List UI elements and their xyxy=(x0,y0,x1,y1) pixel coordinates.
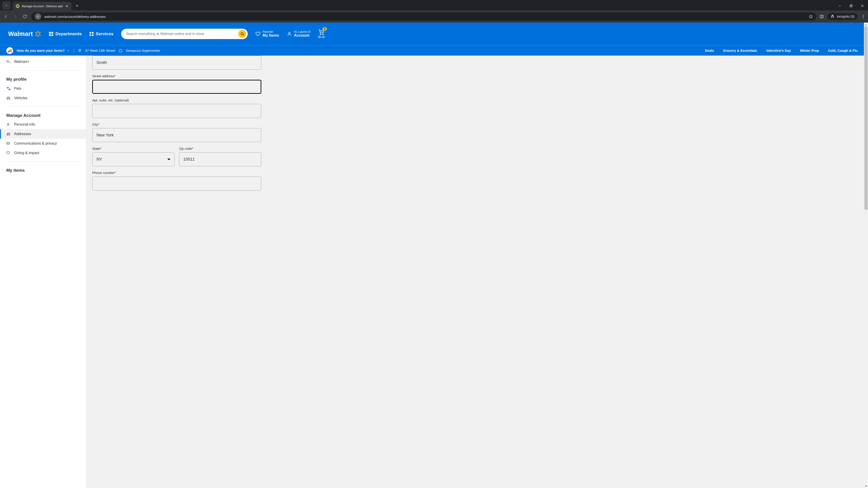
location-pin-icon xyxy=(78,49,82,53)
reload-button[interactable] xyxy=(22,13,28,20)
field-last-name xyxy=(92,56,261,70)
promo-link[interactable]: Valentine's Day xyxy=(766,48,791,53)
svg-point-29 xyxy=(7,123,8,125)
departments-button[interactable]: Departments xyxy=(49,31,82,36)
chevron-down-icon xyxy=(67,49,70,53)
sidebar-section-my-items: My items xyxy=(0,165,86,175)
tab-search-button[interactable] xyxy=(2,1,10,9)
sidebar-item-pets[interactable]: 🐾 Pets xyxy=(0,84,86,93)
apt-input[interactable] xyxy=(92,104,261,118)
zip-input[interactable] xyxy=(179,152,261,166)
svg-line-21 xyxy=(243,35,244,35)
cart-button[interactable]: 0 $0.00 xyxy=(318,29,325,39)
promo-link[interactable]: Grocery & Essentials xyxy=(723,48,757,53)
store-name[interactable]: Secaucus Supercenter xyxy=(126,48,160,53)
close-window-button[interactable] xyxy=(857,1,868,10)
chrome-menu-icon[interactable] xyxy=(861,14,865,19)
services-label: Services xyxy=(96,31,114,36)
reorder-l2: My Items xyxy=(263,33,279,38)
sidebar-item-label: Addresses xyxy=(14,132,31,136)
new-tab-button[interactable]: + xyxy=(74,3,81,8)
delivery-address[interactable]: 47 West 13th Street xyxy=(85,48,115,53)
last-name-input[interactable] xyxy=(92,56,261,70)
reorder-link[interactable]: Reorder My Items xyxy=(255,30,279,38)
svg-rect-18 xyxy=(35,32,37,34)
account-l2: Account xyxy=(294,33,311,38)
fulfillment-icon: 🚚 xyxy=(6,47,13,54)
mail-icon xyxy=(6,142,11,145)
browser-tab[interactable]: Manage Account - Delivery add ✕ xyxy=(13,2,71,10)
side-panel-icon[interactable] xyxy=(819,14,824,19)
services-button[interactable]: Services xyxy=(90,31,114,36)
walmart-logo[interactable]: Walmart xyxy=(8,30,41,37)
site-info-icon[interactable] xyxy=(35,13,41,20)
sidebar-item-vehicles[interactable]: Vehicles xyxy=(0,93,86,103)
sidebar-item-label: Personal info xyxy=(14,123,35,127)
scrollbar-track[interactable] xyxy=(864,27,868,484)
svg-point-11 xyxy=(863,15,864,15)
sidebar-section-manage-account: Manage Account xyxy=(0,110,86,120)
maximize-button[interactable] xyxy=(845,1,857,10)
departments-label: Departments xyxy=(55,31,82,36)
page-viewport: Walmart Departments Services xyxy=(0,23,868,488)
heart-icon xyxy=(6,151,11,155)
sidebar-item-label: Vehicles xyxy=(14,96,28,100)
vertical-scrollbar[interactable]: ▲ ▼ xyxy=(864,23,868,488)
street-address-label: Street address* xyxy=(92,74,261,78)
sidebar-item-personal-info[interactable]: Personal info xyxy=(0,120,86,129)
zip-label: Zip code* xyxy=(179,147,261,151)
sidebar-item-communications[interactable]: Communications & privacy xyxy=(0,139,86,148)
svg-rect-14 xyxy=(38,31,39,33)
svg-point-5 xyxy=(37,16,38,17)
sidebar-item-label: Pets xyxy=(14,87,21,91)
svg-rect-9 xyxy=(820,15,823,18)
walmart-plus-icon: w+ xyxy=(6,59,11,64)
svg-point-12 xyxy=(863,16,864,17)
cart-count-badge: 0 xyxy=(322,27,327,31)
svg-rect-19 xyxy=(39,34,41,36)
sidebar-item-label: Communications & privacy xyxy=(14,141,57,145)
svg-point-20 xyxy=(241,33,243,35)
store-icon xyxy=(119,49,122,53)
svg-point-22 xyxy=(288,32,290,34)
minimize-button[interactable] xyxy=(834,1,845,10)
back-button[interactable] xyxy=(3,13,9,20)
svg-rect-15 xyxy=(38,35,39,37)
walmart-favicon xyxy=(16,4,20,8)
search-button[interactable] xyxy=(238,30,246,38)
browser-toolbar: walmart.com/account/delivery-addresses I… xyxy=(0,10,868,23)
svg-rect-16 xyxy=(39,32,41,34)
scroll-up-button[interactable]: ▲ xyxy=(864,23,868,27)
account-link[interactable]: Hi, Lauren D Account xyxy=(287,30,311,38)
site-subheader: 🚚 How do you want your items? | 47 West … xyxy=(0,45,864,56)
bookmark-icon[interactable] xyxy=(809,14,813,19)
street-address-input[interactable] xyxy=(92,80,261,94)
forward-button[interactable] xyxy=(12,13,19,20)
phone-input[interactable] xyxy=(92,176,261,191)
scrollbar-thumb[interactable] xyxy=(864,27,868,210)
browser-tab-strip: Manage Account - Delivery add ✕ + xyxy=(0,0,868,10)
promo-links: Deals Grocery & Essentials Valentine's D… xyxy=(705,48,858,53)
field-street-address: Street address* xyxy=(92,74,261,94)
city-input[interactable] xyxy=(92,128,261,142)
fulfillment-button[interactable]: How do you want your items? xyxy=(17,48,70,53)
sidebar-section-my-profile: My profile xyxy=(0,74,86,84)
paw-icon: 🐾 xyxy=(6,86,11,91)
promo-link[interactable]: Deals xyxy=(705,48,714,53)
incognito-indicator[interactable]: Incognito (3) xyxy=(827,13,858,20)
svg-marker-8 xyxy=(809,15,813,18)
sidebar-item-giving[interactable]: Giving & impact xyxy=(0,148,86,158)
sidebar-item-walmart-plus[interactable]: w+ Walmart+ xyxy=(0,57,86,67)
svg-rect-17 xyxy=(35,34,37,36)
state-select[interactable]: NY xyxy=(92,152,175,166)
sidebar-item-addresses[interactable]: Addresses xyxy=(0,129,86,139)
reorder-l1: Reorder xyxy=(263,30,279,33)
scroll-down-button[interactable]: ▼ xyxy=(864,484,868,488)
search-input[interactable] xyxy=(126,32,238,36)
close-tab-icon[interactable]: ✕ xyxy=(65,4,68,8)
promo-link[interactable]: Cold, Cough & Flu xyxy=(828,48,858,53)
field-phone: Phone number* xyxy=(92,171,261,191)
address-bar[interactable]: walmart.com/account/delivery-addresses xyxy=(31,12,816,21)
promo-link[interactable]: Winter Prep xyxy=(800,48,819,53)
city-label: City* xyxy=(92,123,261,126)
